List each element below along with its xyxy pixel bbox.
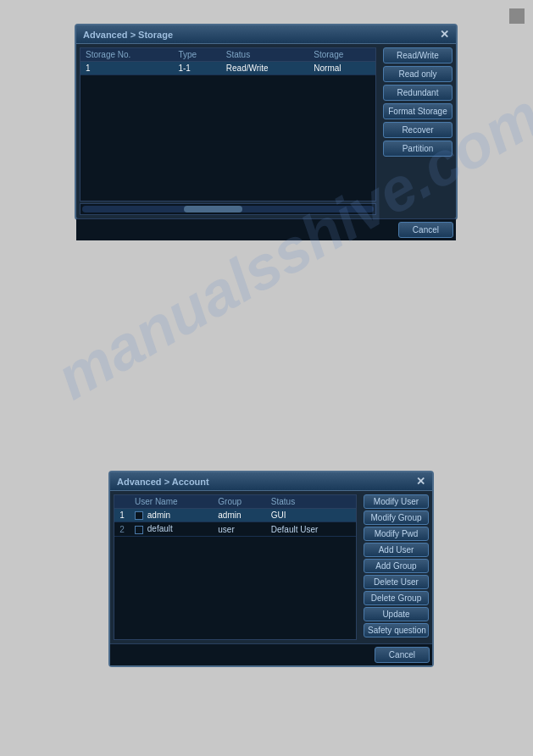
cell-status-1: GUI: [266, 509, 356, 522]
modify-user-button[interactable]: Modify User: [364, 494, 429, 509]
scrollbar-thumb: [184, 206, 242, 212]
storage-side-buttons: Read/Write Read only Redundant Format St…: [380, 44, 456, 218]
delete-group-button[interactable]: Delete Group: [364, 591, 429, 605]
safety-question-button[interactable]: Safety question: [364, 623, 429, 637]
cell-status-2: Default User: [266, 522, 356, 536]
cell-username-2: default: [130, 522, 213, 536]
col-type: Type: [173, 48, 220, 62]
cell-username-1: admin: [130, 509, 213, 522]
modify-pwd-button[interactable]: Modify Pwd: [364, 527, 429, 541]
row-num-2: 2: [114, 522, 130, 536]
col-username: User Name: [130, 495, 213, 509]
row-num-1: 1: [114, 509, 130, 522]
format-storage-button[interactable]: Format Storage: [383, 103, 452, 119]
cell-col: 1: [81, 62, 173, 75]
delete-user-button[interactable]: Delete User: [364, 575, 429, 589]
account-side-buttons: Modify User Modify Group Modify Pwd Add …: [360, 491, 432, 643]
account-cancel-bar: Cancel: [110, 643, 432, 665]
account-titlebar: Advanced > Account ✕: [110, 472, 432, 491]
col-num: [114, 495, 130, 509]
add-group-button[interactable]: Add Group: [364, 559, 429, 573]
table-row[interactable]: 2 default user Default User: [114, 522, 356, 536]
read-only-button[interactable]: Read only: [383, 66, 452, 82]
storage-titlebar: Advanced > Storage ✕: [76, 25, 456, 44]
add-user-button[interactable]: Add User: [364, 543, 429, 557]
cell-group-1: admin: [213, 509, 266, 522]
cell-group-2: user: [213, 522, 266, 536]
checkbox-admin[interactable]: [135, 511, 143, 520]
col-status: Status: [221, 48, 309, 62]
account-panel: Advanced > Account ✕ User Name Group Sta…: [108, 471, 434, 667]
col-storage: Storage: [308, 48, 375, 62]
col-storage-no: Storage No.: [81, 48, 173, 62]
checkbox-default[interactable]: [135, 526, 143, 534]
storage-table-container: Storage No. Type Status Storage 1 1-1 Re…: [80, 47, 376, 201]
storage-cancel-button[interactable]: Cancel: [398, 222, 453, 238]
col-group: Group: [213, 495, 266, 509]
cell-type: Read/Write: [221, 62, 309, 75]
table-row[interactable]: 1 1-1 Read/Write Normal: [81, 62, 375, 75]
cell-status: Normal: [308, 62, 375, 75]
storage-table: Storage No. Type Status Storage 1 1-1 Re…: [81, 48, 375, 75]
account-title: Advanced > Account: [117, 477, 209, 487]
recover-button[interactable]: Recover: [383, 122, 452, 138]
redundant-button[interactable]: Redundant: [383, 85, 452, 101]
storage-close-button[interactable]: ✕: [440, 28, 449, 41]
table-row[interactable]: 1 admin admin GUI: [114, 509, 356, 522]
account-table-area: User Name Group Status 1 admin: [110, 491, 360, 643]
account-table-container: User Name Group Status 1 admin: [114, 494, 357, 640]
storage-scrollbar[interactable]: [80, 203, 376, 215]
account-cancel-button[interactable]: Cancel: [375, 647, 430, 663]
update-button[interactable]: Update: [364, 607, 429, 621]
partition-button[interactable]: Partition: [383, 141, 452, 157]
account-table: User Name Group Status 1 admin: [114, 495, 356, 537]
top-right-square: [509, 8, 525, 24]
col-status: Status: [266, 495, 356, 509]
account-main: User Name Group Status 1 admin: [110, 491, 432, 643]
storage-panel: Advanced > Storage ✕ Storage No. Type St…: [75, 24, 458, 220]
scrollbar-track: [82, 206, 374, 212]
storage-cancel-bar: Cancel: [76, 218, 456, 240]
storage-title: Advanced > Storage: [83, 30, 173, 40]
cell-storage-no: 1-1: [173, 62, 220, 75]
account-close-button[interactable]: ✕: [416, 475, 425, 488]
modify-group-button[interactable]: Modify Group: [364, 510, 429, 525]
read-write-button[interactable]: Read/Write: [383, 47, 452, 63]
storage-table-area: Storage No. Type Status Storage 1 1-1 Re…: [76, 44, 380, 218]
